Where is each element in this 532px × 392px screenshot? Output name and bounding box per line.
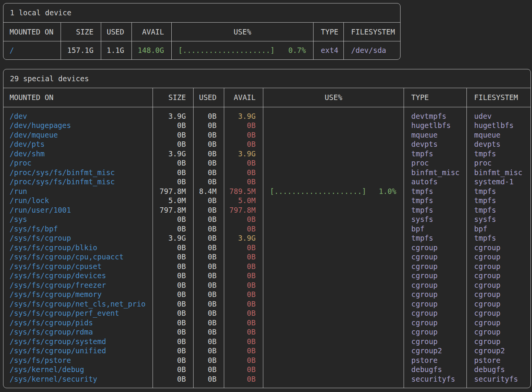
size-cell: 157.1G <box>61 46 101 55</box>
size-cell: 0B <box>153 280 193 290</box>
mount-cell: /sys/fs/cgroup/unified <box>3 346 153 356</box>
use-cell <box>263 196 404 205</box>
mount-cell: /sys/fs/cgroup/blkio <box>3 243 153 253</box>
avail-cell: 0B <box>224 290 263 299</box>
used-cell: 0B <box>194 168 224 177</box>
use-cell <box>263 299 404 309</box>
used-cell: 1.1G <box>101 46 131 55</box>
used-cell: 0B <box>194 177 224 187</box>
avail-cell: 0B <box>224 271 263 280</box>
type-cell: securityfs <box>404 374 466 384</box>
fs-cell: cgroup <box>467 280 530 290</box>
column-header-mountedon: MOUNTED ON <box>3 23 61 41</box>
type-cell: cgroup <box>404 280 466 290</box>
usage-bar: [....................] <box>270 187 366 195</box>
avail-cell: 0B <box>224 168 263 177</box>
use-cell <box>263 356 404 365</box>
mount-cell: / <box>3 46 61 55</box>
column-header-filesystem: FILESYSTEM <box>466 88 530 107</box>
avail-cell: 3.9G <box>224 112 263 121</box>
size-cell: 0B <box>153 252 193 262</box>
fs-cell: cgroup2 <box>467 346 530 356</box>
column-type: devtmpfshugetlbfsmqueuedevptstmpfsprocbi… <box>404 107 466 388</box>
used-cell: 0B <box>194 158 224 168</box>
use-cell <box>263 168 404 177</box>
fs-cell: tmpfs <box>467 233 530 243</box>
column-header-use: USE% <box>171 23 313 41</box>
used-cell: 0B <box>194 337 224 346</box>
use-cell <box>263 149 404 159</box>
use-cell <box>263 346 404 356</box>
size-cell: 0B <box>153 346 193 356</box>
mount-cell: /run/user/1001 <box>3 205 153 215</box>
column-fs: udevhugetlbfsmqueuedevptstmpfsprocbinfmt… <box>466 107 530 388</box>
use-cell <box>263 271 404 280</box>
use-cell <box>263 158 404 168</box>
column-header-avail: AVAIL <box>131 23 171 41</box>
type-cell: sysfs <box>404 215 466 224</box>
avail-cell: 3.9G <box>224 233 263 243</box>
local-devices-table: 1 local device MOUNTED ONSIZEUSEDAVAILUS… <box>3 3 401 60</box>
avail-cell: 0B <box>224 374 263 384</box>
size-cell: 0B <box>153 215 193 224</box>
fs-cell: tmpfs <box>467 205 530 215</box>
used-cell: 0B <box>194 215 224 224</box>
used-cell: 0B <box>194 318 224 328</box>
terminal-output: 1 local device MOUNTED ONSIZEUSEDAVAILUS… <box>0 0 532 391</box>
use-cell <box>263 290 404 299</box>
use-cell: [....................]1.0% <box>263 187 404 196</box>
usage-percent: 1.0% <box>379 187 396 195</box>
avail-cell: 0B <box>224 224 263 234</box>
size-cell: 0B <box>153 158 193 168</box>
special-devices-title: 29 special devices <box>3 69 530 89</box>
column-header-size: SIZE <box>153 88 193 107</box>
use-cell <box>263 308 404 318</box>
fs-cell: tmpfs <box>467 187 530 196</box>
used-cell: 0B <box>194 139 224 149</box>
used-cell: 8.4M <box>194 187 224 196</box>
use-cell <box>263 327 404 337</box>
avail-cell: 0B <box>224 337 263 346</box>
used-cell: 0B <box>194 233 224 243</box>
size-cell: 3.9G <box>153 112 193 121</box>
avail-cell: 0B <box>224 346 263 356</box>
size-cell: 0B <box>153 327 193 337</box>
column-header-type: TYPE <box>313 23 343 41</box>
size-cell: 797.8M <box>153 187 193 196</box>
column-use: [....................]1.0% <box>263 107 404 388</box>
fs-cell: cgroup <box>467 243 530 253</box>
type-cell: cgroup <box>404 337 466 346</box>
used-cell: 0B <box>194 346 224 356</box>
used-cell: 0B <box>194 365 224 374</box>
fs-cell: tmpfs <box>467 196 530 205</box>
avail-cell: 0B <box>224 215 263 224</box>
type-cell: bpf <box>404 224 466 234</box>
fs-cell: debugfs <box>467 365 530 374</box>
mount-cell: /sys/fs/cgroup/pids <box>3 318 153 328</box>
avail-cell: 148.0G <box>132 46 171 55</box>
use-cell <box>263 224 404 234</box>
mount-cell: /sys/fs/pstore <box>3 356 153 365</box>
use-cell <box>263 252 404 262</box>
size-cell: 3.9G <box>153 233 193 243</box>
column-header-avail: AVAIL <box>224 88 263 107</box>
avail-cell: 0B <box>224 177 263 187</box>
fs-cell: udev <box>467 112 530 121</box>
type-cell: mqueue <box>404 130 466 140</box>
mount-cell: /dev/shm <box>3 149 153 159</box>
mount-cell: /sys/kernel/debug <box>3 365 153 374</box>
fs-cell: hugetlbfs <box>467 121 530 130</box>
type-cell: cgroup2 <box>404 346 466 356</box>
used-cell: 0B <box>194 224 224 234</box>
type-cell: tmpfs <box>404 187 466 196</box>
used-cell: 0B <box>194 327 224 337</box>
column-mount: / <box>3 41 61 59</box>
type-cell: cgroup <box>404 327 466 337</box>
type-cell: cgroup <box>404 243 466 253</box>
mount-cell: /sys/fs/cgroup/net_cls,net_prio <box>3 299 153 309</box>
used-cell: 0B <box>194 374 224 384</box>
type-cell: cgroup <box>404 271 466 280</box>
column-used: 1.1G <box>101 41 131 59</box>
size-cell: 0B <box>153 224 193 234</box>
table-title: 29 special devices <box>10 74 89 83</box>
